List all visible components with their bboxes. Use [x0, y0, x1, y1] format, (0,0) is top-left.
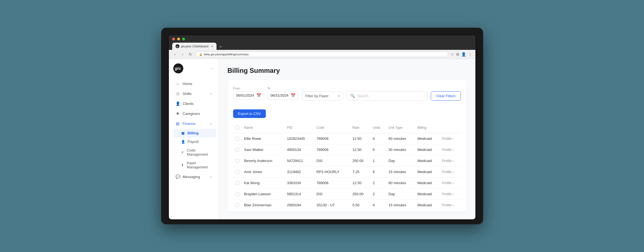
- payroll-icon: 👤: [181, 140, 185, 144]
- col-billing: Billing: [415, 122, 440, 133]
- browser-controls: [172, 38, 472, 40]
- profile-link[interactable]: Profile ›: [442, 137, 458, 141]
- profile-link[interactable]: Profile ›: [442, 148, 458, 152]
- address-bar[interactable]: 🔒 beta.giv.plus/app/billing/summary: [195, 52, 448, 57]
- sidebar-collapse-button[interactable]: ←: [210, 66, 214, 71]
- sidebar-item-clients[interactable]: 👤 Clients: [171, 99, 216, 108]
- filter-row: From 06/01/2024 📅 To 08/31/2024 📅: [233, 86, 461, 122]
- cell-code: DSI: [314, 155, 350, 166]
- calendar-icon-to: 📅: [291, 93, 295, 97]
- tab-favicon: g: [176, 44, 179, 48]
- cell-rate: 250.00: [350, 189, 370, 200]
- billing-icon: ▦: [181, 131, 185, 135]
- cell-billing: Medicaid: [415, 178, 440, 189]
- from-date-group: From 06/01/2024 📅: [233, 87, 264, 99]
- cell-units: 4: [370, 200, 386, 211]
- sidebar-subitem-label: Payer Management: [187, 161, 212, 169]
- row-checkbox[interactable]: [235, 159, 239, 163]
- cell-pid: 5801314: [285, 189, 314, 200]
- cell-billing: Medicaid: [415, 155, 440, 166]
- chevron-down-icon: ▾: [338, 94, 340, 97]
- browser-window: g giv.plus | Dashboard ✕ + ‹ › ↻ 🔒 beta.…: [169, 35, 475, 219]
- col-actions: [440, 122, 461, 133]
- from-date-value: 06/01/2024: [236, 93, 254, 97]
- from-date-input[interactable]: 06/01/2024 📅: [233, 91, 264, 99]
- tab-close-button[interactable]: ✕: [211, 45, 213, 48]
- lock-icon: 🔒: [199, 53, 202, 56]
- cell-units: 6: [370, 166, 386, 178]
- cell-name: Blair Zimmerman: [242, 200, 285, 211]
- payer-filter-dropdown[interactable]: Filter by Payer ▾: [302, 91, 343, 101]
- cell-pid: 3381034: [285, 178, 314, 189]
- row-checkbox[interactable]: [235, 148, 239, 152]
- cell-rate: 12.50: [350, 144, 370, 155]
- search-placeholder: Search: [357, 94, 369, 98]
- table-row: Amir Jones 3119462 RP2-HOURLY 7.25 6 15 …: [233, 166, 461, 178]
- sidebar-item-payer-management[interactable]: ⬇ Payer Management: [173, 159, 216, 171]
- sidebar-item-label: Finance: [183, 122, 195, 126]
- clear-filters-button[interactable]: Clear Filters: [431, 91, 461, 101]
- shifts-icon: ◷: [176, 91, 180, 96]
- sidebar-item-label: Home: [183, 82, 192, 86]
- cell-name: Amir Jones: [242, 166, 285, 178]
- close-dot[interactable]: [172, 38, 175, 40]
- row-checkbox[interactable]: [235, 137, 239, 141]
- sidebar-item-payroll[interactable]: 👤 Payroll: [173, 137, 216, 146]
- minimize-dot[interactable]: [177, 38, 180, 40]
- profile-link[interactable]: Profile ›: [442, 170, 458, 174]
- row-checkbox[interactable]: [235, 192, 239, 196]
- sidebar-item-finance[interactable]: ▤ Finance ∧: [171, 119, 216, 128]
- sidebar-item-home[interactable]: ⌂ Home: [171, 79, 216, 88]
- profile-icon[interactable]: 👤: [461, 52, 466, 57]
- active-tab[interactable]: g giv.plus | Dashboard ✕: [172, 43, 217, 50]
- home-icon: ⌂: [176, 81, 180, 86]
- export-csv-button[interactable]: Export to CSV: [233, 109, 266, 118]
- row-checkbox[interactable]: [235, 181, 239, 185]
- profile-link[interactable]: Profile ›: [442, 181, 458, 185]
- select-all-checkbox[interactable]: [235, 126, 239, 130]
- cell-rate: 12.50: [350, 178, 370, 189]
- sidebar-subitem-label: Code Management: [187, 148, 212, 156]
- cell-billing: Medicaid: [415, 166, 440, 178]
- maximize-dot[interactable]: [182, 38, 185, 40]
- table-row: Brayden Lawson 5801314 DSI 250.00 2 Day …: [233, 189, 461, 200]
- extensions-icon[interactable]: ⧉: [456, 52, 459, 57]
- sidebar-item-code-management[interactable]: # Code Management: [173, 146, 216, 159]
- billing-table-container: Name PID Code Rate Units Unit Type Billi…: [233, 122, 461, 212]
- row-checkbox[interactable]: [235, 203, 239, 207]
- page-title: Billing Summary: [228, 67, 467, 74]
- cell-unit-type: 15 minutes: [386, 200, 415, 211]
- browser-actions: ☆ ⧉ 👤 ⋮: [450, 52, 472, 57]
- app-container: giv. ← ⌂ Home ◷ Shifts ∨ 👤: [169, 59, 475, 219]
- profile-link[interactable]: Profile ›: [442, 159, 458, 163]
- forward-button[interactable]: ›: [180, 52, 186, 56]
- bookmark-icon[interactable]: ☆: [450, 52, 454, 57]
- laptop-frame: g giv.plus | Dashboard ✕ + ‹ › ↻ 🔒 beta.…: [161, 28, 483, 224]
- profile-link[interactable]: Profile ›: [442, 192, 458, 196]
- row-checkbox[interactable]: [235, 170, 239, 174]
- cell-units: 2: [370, 189, 386, 200]
- back-button[interactable]: ‹: [172, 52, 178, 56]
- sidebar-item-messaging[interactable]: 💬 Messaging ∨: [171, 172, 216, 181]
- sidebar-item-shifts[interactable]: ◷ Shifts ∨: [171, 89, 216, 98]
- table-row: Beverly Anderson 54729411 DSI 250.00 1 D…: [233, 155, 461, 166]
- cell-rate: 250.00: [350, 155, 370, 166]
- cell-code: 789006: [314, 133, 350, 144]
- cell-code: S5130 - U7: [314, 200, 350, 211]
- search-input[interactable]: 🔍 Search: [347, 91, 428, 101]
- cell-units: 5: [370, 144, 386, 155]
- profile-link[interactable]: Profile ›: [442, 203, 458, 207]
- to-date-value: 08/31/2024: [271, 93, 288, 97]
- sidebar-item-caregivers[interactable]: ✚ Caregivers: [171, 109, 216, 118]
- logo: giv.: [173, 63, 183, 73]
- caregivers-icon: ✚: [176, 111, 180, 116]
- new-tab-button[interactable]: +: [218, 44, 224, 50]
- to-date-input[interactable]: 08/31/2024 📅: [267, 91, 298, 99]
- messaging-icon: 💬: [176, 174, 180, 179]
- col-rate: Rate: [350, 122, 370, 133]
- cell-units: 1: [370, 155, 386, 166]
- refresh-button[interactable]: ↻: [188, 52, 193, 56]
- chevron-down-icon: ∨: [210, 175, 212, 178]
- menu-icon[interactable]: ⋮: [468, 52, 472, 57]
- sidebar-item-billing[interactable]: ▦ Billing: [173, 129, 216, 137]
